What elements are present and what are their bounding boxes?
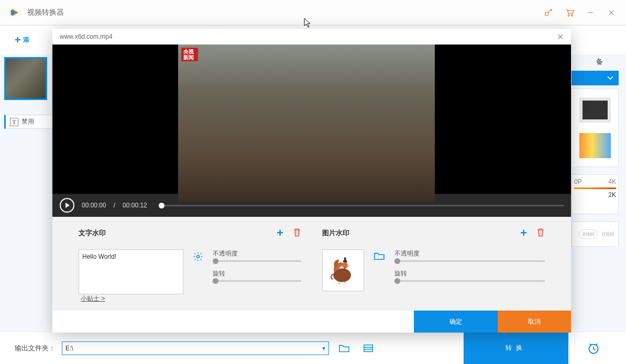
modal-buttons: 确定 取消 (52, 311, 571, 333)
minimize-button[interactable] (580, 2, 601, 23)
quality-low: 0P (574, 178, 582, 185)
list-button[interactable] (359, 340, 377, 356)
schedule-button[interactable] (575, 332, 611, 365)
device-label: 备 (572, 57, 619, 67)
bottom-bar: 输出文件夹： E:\ ▾ 转换 (0, 332, 626, 364)
slider-handle[interactable] (394, 278, 400, 284)
quality-line (574, 187, 616, 189)
slider-handle[interactable] (213, 278, 218, 284)
watermark-area: 文字水印 + 不透明度 旋转 (52, 217, 571, 311)
plus-icon: + (15, 34, 21, 46)
ok-label: 确定 (449, 317, 462, 326)
add-label: 添 (23, 36, 29, 45)
title-bar: 视频转换器 (0, 0, 626, 25)
svg-point-0 (545, 12, 548, 16)
time-current: 00:00:00 (82, 202, 106, 209)
text-wm-settings-button[interactable] (193, 249, 203, 294)
text-icon: T (10, 118, 18, 126)
time-total: 00:00:12 (123, 202, 147, 209)
image-opacity-slider[interactable] (394, 260, 545, 262)
seek-handle[interactable] (159, 203, 164, 208)
output-path: E:\ (65, 345, 73, 352)
app-logo-icon (8, 6, 21, 19)
video-frame[interactable] (178, 45, 435, 202)
intel-badge-icon: intel (579, 229, 598, 239)
video-thumbnail[interactable] (4, 57, 47, 100)
image-opacity-row: 不透明度 (394, 249, 545, 262)
format-filmstrip-icon (579, 133, 611, 158)
cart-icon[interactable] (559, 2, 580, 23)
text-wm-title: 文字水印 (79, 228, 106, 238)
add-file-button[interactable]: + 添 (15, 34, 29, 46)
ok-button[interactable]: 确定 (414, 311, 498, 333)
svg-rect-10 (295, 230, 299, 236)
text-opacity-row: 不透明度 (213, 249, 301, 262)
left-thumbnail-panel: T 禁用 (4, 57, 54, 129)
cancel-button[interactable]: 取消 (498, 311, 571, 333)
quality-mid: 4K (608, 178, 616, 185)
format-box[interactable] (572, 89, 619, 167)
slider-handle[interactable] (394, 258, 400, 264)
key-icon[interactable] (538, 2, 559, 23)
text-wm-sliders: 不透明度 旋转 (213, 249, 301, 294)
cpu-label: Intel (602, 230, 614, 238)
svg-point-2 (572, 15, 573, 16)
image-wm-title: 图片水印 (322, 228, 349, 238)
play-button[interactable] (60, 198, 74, 213)
text-wm-delete-button[interactable] (293, 228, 301, 239)
svg-rect-16 (344, 258, 346, 261)
modal-close-button[interactable]: ✕ (557, 32, 564, 42)
slider-handle[interactable] (213, 258, 218, 264)
text-rotate-label: 旋转 (213, 269, 301, 278)
image-wm-sliders: 不透明度 旋转 (394, 249, 545, 291)
output-folder-select[interactable]: E:\ ▾ (62, 341, 329, 355)
text-rotate-slider[interactable] (213, 280, 301, 282)
right-panel: 备 0P4K 2K intel Intel (572, 57, 619, 247)
text-wm-body: 不透明度 旋转 (79, 249, 301, 294)
image-wm-header: 图片水印 + (322, 226, 545, 240)
convert-label: 转换 (506, 344, 526, 352)
image-rotate-row: 旋转 (394, 269, 545, 282)
image-opacity-label: 不透明度 (394, 249, 545, 258)
text-rotate-row: 旋转 (213, 269, 301, 282)
image-wm-delete-button[interactable] (536, 228, 545, 239)
text-wm-header: 文字水印 + (79, 226, 301, 240)
cpu-box: intel Intel (572, 222, 619, 247)
chevron-down-icon: ▾ (322, 345, 325, 352)
text-watermark-column: 文字水印 + 不透明度 旋转 (79, 226, 301, 311)
close-button[interactable] (601, 2, 622, 23)
image-wm-browse-button[interactable] (374, 249, 385, 291)
video-player (52, 45, 571, 194)
svg-point-11 (197, 256, 200, 258)
image-wm-preview[interactable] (322, 249, 364, 291)
format-dropdown[interactable] (572, 71, 619, 85)
disable-label: 禁用 (21, 117, 34, 126)
svg-point-1 (568, 15, 569, 16)
format-preview-icon (579, 97, 611, 123)
image-watermark-column: 图片水印 + (322, 226, 545, 311)
image-rotate-slider[interactable] (394, 280, 545, 282)
text-wm-input[interactable] (79, 249, 183, 294)
quality-box[interactable]: 0P4K 2K (572, 174, 619, 214)
quality-high: 2K (574, 191, 616, 198)
text-opacity-label: 不透明度 (213, 249, 301, 258)
tip-link[interactable]: 小贴士 > (81, 294, 105, 303)
watermark-modal: www.x6d.com.mp4 ✕ 00:00:00 / 00:00:12 文字… (52, 29, 571, 333)
seek-bar[interactable] (159, 205, 564, 206)
text-wm-add-button[interactable]: + (277, 226, 283, 240)
modal-filename: www.x6d.com.mp4 (60, 33, 113, 40)
convert-button[interactable]: 转换 (464, 332, 568, 365)
time-sep: / (114, 202, 115, 209)
text-opacity-slider[interactable] (213, 260, 301, 262)
image-rotate-label: 旋转 (394, 269, 545, 278)
disable-button[interactable]: T 禁用 (4, 115, 54, 129)
image-wm-add-button[interactable]: + (520, 226, 527, 240)
image-wm-body: 不透明度 旋转 (322, 249, 545, 291)
play-icon (65, 203, 70, 208)
open-folder-button[interactable] (335, 340, 353, 356)
cancel-label: 取消 (528, 317, 541, 326)
output-folder-label: 输出文件夹： (15, 344, 56, 353)
app-title: 视频转换器 (27, 8, 64, 17)
svg-rect-6 (364, 345, 373, 351)
modal-titlebar: www.x6d.com.mp4 ✕ (52, 29, 571, 45)
